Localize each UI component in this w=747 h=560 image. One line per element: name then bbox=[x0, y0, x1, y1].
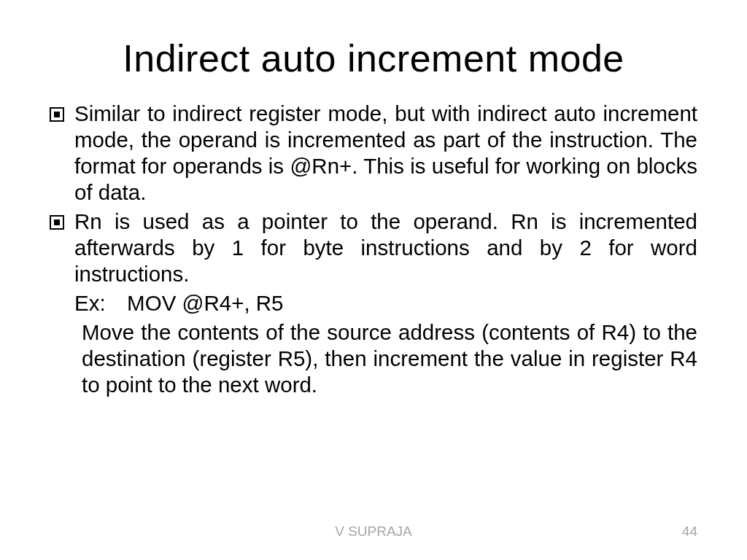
example-code: Ex: MOV @R4+, R5 bbox=[50, 290, 697, 316]
slide-body: Similar to indirect register mode, but w… bbox=[50, 101, 697, 398]
bullet-item: Rn is used as a pointer to the operand. … bbox=[50, 209, 697, 287]
footer-author: V SUPRAJA bbox=[0, 524, 747, 540]
slide-title: Indirect auto increment mode bbox=[50, 36, 697, 80]
bullet-text: Similar to indirect register mode, but w… bbox=[74, 101, 697, 206]
square-dot-icon bbox=[50, 107, 64, 122]
page-number: 44 bbox=[682, 524, 697, 540]
slide: Indirect auto increment mode Similar to … bbox=[0, 0, 747, 560]
square-dot-icon bbox=[50, 215, 64, 230]
example-description: Move the contents of the source address … bbox=[50, 319, 697, 398]
bullet-item: Similar to indirect register mode, but w… bbox=[50, 101, 697, 206]
bullet-text: Rn is used as a pointer to the operand. … bbox=[74, 209, 697, 287]
